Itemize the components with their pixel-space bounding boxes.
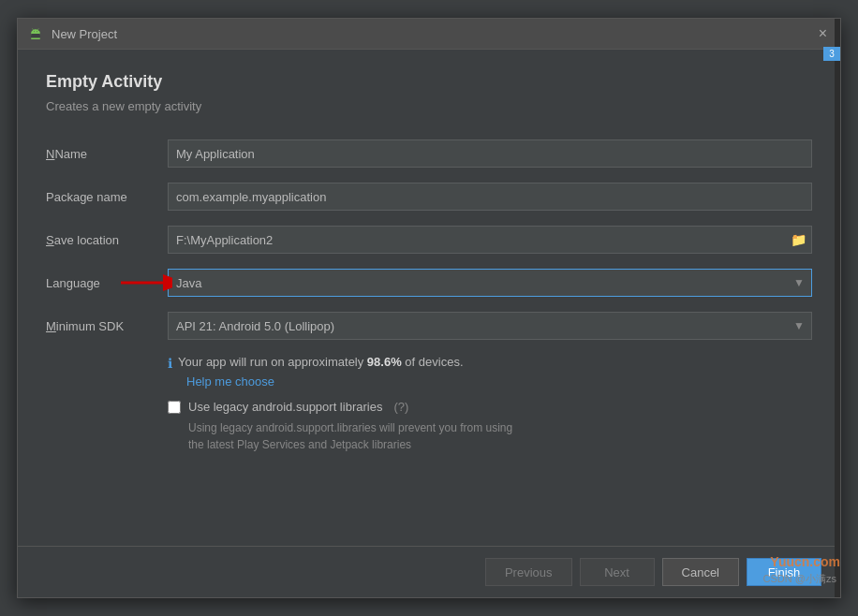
save-location-row: Save location 📁 [46, 226, 812, 254]
side-number: 3 [823, 47, 840, 61]
min-sdk-row: Minimum SDK API 21: Android 5.0 (Lollipo… [46, 312, 812, 340]
close-button[interactable]: × [815, 24, 831, 43]
language-row: Language Java Kotlin ▼ [46, 269, 812, 297]
legacy-support-checkbox[interactable] [168, 401, 181, 414]
language-select[interactable]: Java Kotlin [168, 269, 812, 297]
min-sdk-label: Minimum SDK [46, 319, 168, 333]
package-label: Package name [46, 190, 168, 204]
package-row: Package name [46, 183, 812, 211]
save-location-input[interactable] [168, 226, 812, 254]
dialog-footer: Previous Next Cancel Finish [18, 546, 840, 597]
info-text: Your app will run on approximately 98.6%… [178, 355, 464, 369]
name-input[interactable] [168, 139, 812, 168]
title-bar: New Project × [18, 19, 840, 50]
info-row: ℹ Your app will run on approximately 98.… [168, 355, 812, 371]
checkbox-section: Use legacy android.support libraries (?)… [168, 400, 812, 453]
language-select-wrapper: Java Kotlin ▼ [168, 269, 812, 297]
folder-icon[interactable]: 📁 [791, 232, 806, 247]
info-section: ℹ Your app will run on approximately 98.… [168, 355, 812, 389]
question-icon[interactable]: (?) [393, 400, 408, 414]
next-button[interactable]: Next [580, 558, 655, 586]
finish-button[interactable]: Finish [747, 558, 821, 586]
help-link[interactable]: Help me choose [186, 374, 274, 389]
section-title: Empty Activity [46, 72, 812, 92]
checkbox-row: Use legacy android.support libraries (?) [168, 400, 812, 414]
info-icon: ℹ [168, 356, 172, 371]
android-icon [27, 25, 44, 42]
dialog-title: New Project [52, 27, 117, 41]
package-input[interactable] [168, 183, 812, 211]
previous-button[interactable]: Previous [485, 558, 572, 586]
name-label: NName [46, 147, 168, 161]
dialog-body: Empty Activity Creates a new empty activ… [18, 50, 840, 546]
red-arrow-indicator [116, 269, 172, 297]
min-sdk-select-wrapper: API 21: Android 5.0 (Lollipop) API 26: A… [168, 312, 812, 340]
checkbox-label: Use legacy android.support libraries [188, 400, 382, 414]
svg-rect-0 [31, 34, 40, 38]
checkbox-description: Using legacy android.support.libraries w… [188, 419, 812, 453]
cancel-button[interactable]: Cancel [662, 558, 739, 586]
min-sdk-select[interactable]: API 21: Android 5.0 (Lollipop) API 26: A… [168, 312, 812, 340]
save-location-wrapper: 📁 [168, 226, 812, 254]
save-location-label: Save location [46, 233, 168, 247]
title-bar-left: New Project [27, 25, 117, 42]
section-subtitle: Creates a new empty activity [46, 99, 812, 113]
name-row: NName [46, 139, 812, 168]
side-strip: 3 [835, 19, 840, 597]
